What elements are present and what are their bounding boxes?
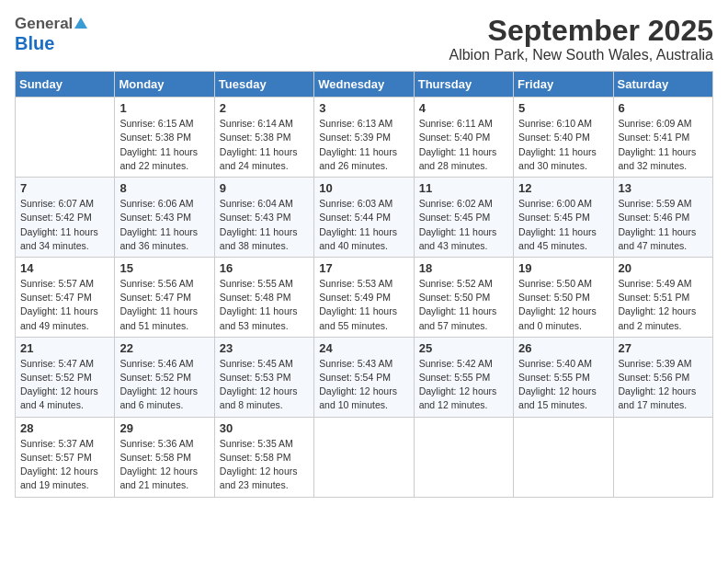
- calendar-cell: 5Sunrise: 6:10 AMSunset: 5:40 PMDaylight…: [514, 98, 613, 178]
- logo-arrow-icon: [74, 16, 87, 29]
- calendar-table: SundayMondayTuesdayWednesdayThursdayFrid…: [15, 71, 713, 497]
- day-number: 22: [119, 341, 209, 355]
- day-info: Sunrise: 6:13 AMSunset: 5:39 PMDaylight:…: [319, 117, 408, 173]
- calendar-cell: 27Sunrise: 5:39 AMSunset: 5:56 PMDayligh…: [613, 337, 712, 417]
- day-number: 19: [518, 261, 608, 275]
- calendar-cell: 26Sunrise: 5:40 AMSunset: 5:55 PMDayligh…: [514, 337, 613, 417]
- day-info: Sunrise: 5:40 AMSunset: 5:55 PMDaylight:…: [518, 357, 608, 413]
- day-info: Sunrise: 5:42 AMSunset: 5:55 PMDaylight:…: [419, 357, 508, 413]
- calendar-cell: 28Sunrise: 5:37 AMSunset: 5:57 PMDayligh…: [16, 417, 115, 497]
- day-number: 1: [119, 101, 209, 115]
- calendar-cell: 17Sunrise: 5:53 AMSunset: 5:49 PMDayligh…: [314, 257, 414, 337]
- calendar-cell: 22Sunrise: 5:46 AMSunset: 5:52 PMDayligh…: [115, 337, 214, 417]
- column-header-friday: Friday: [514, 72, 613, 98]
- calendar-cell: 15Sunrise: 5:56 AMSunset: 5:47 PMDayligh…: [115, 257, 214, 337]
- day-number: 29: [119, 421, 209, 435]
- day-info: Sunrise: 6:11 AMSunset: 5:40 PMDaylight:…: [419, 117, 508, 173]
- day-number: 25: [419, 341, 508, 355]
- day-number: 8: [119, 181, 209, 195]
- day-info: Sunrise: 6:10 AMSunset: 5:40 PMDaylight:…: [518, 117, 608, 173]
- day-number: 18: [419, 261, 508, 275]
- calendar-cell: 23Sunrise: 5:45 AMSunset: 5:53 PMDayligh…: [214, 337, 313, 417]
- day-info: Sunrise: 5:39 AMSunset: 5:56 PMDaylight:…: [619, 357, 708, 413]
- day-number: 13: [619, 181, 708, 195]
- calendar-cell: 7Sunrise: 6:07 AMSunset: 5:42 PMDaylight…: [16, 178, 115, 258]
- day-number: 7: [20, 181, 109, 195]
- day-number: 20: [619, 261, 708, 275]
- day-number: 15: [119, 261, 209, 275]
- day-info: Sunrise: 5:57 AMSunset: 5:47 PMDaylight:…: [20, 277, 109, 333]
- day-info: Sunrise: 6:04 AMSunset: 5:43 PMDaylight:…: [220, 197, 309, 253]
- day-info: Sunrise: 5:36 AMSunset: 5:58 PMDaylight:…: [119, 437, 209, 493]
- day-info: Sunrise: 5:56 AMSunset: 5:47 PMDaylight:…: [119, 277, 209, 333]
- calendar-cell: 1Sunrise: 6:15 AMSunset: 5:38 PMDaylight…: [115, 98, 214, 178]
- day-number: 23: [220, 341, 309, 355]
- day-info: Sunrise: 5:37 AMSunset: 5:57 PMDaylight:…: [20, 437, 109, 493]
- day-info: Sunrise: 6:07 AMSunset: 5:42 PMDaylight:…: [20, 197, 109, 253]
- calendar-cell: 18Sunrise: 5:52 AMSunset: 5:50 PMDayligh…: [414, 257, 513, 337]
- day-info: Sunrise: 5:52 AMSunset: 5:50 PMDaylight:…: [419, 277, 508, 333]
- day-info: Sunrise: 5:43 AMSunset: 5:54 PMDaylight:…: [319, 357, 408, 413]
- logo-blue-text: Blue: [15, 33, 87, 53]
- logo: General Blue: [15, 15, 87, 53]
- day-info: Sunrise: 5:47 AMSunset: 5:52 PMDaylight:…: [20, 357, 109, 413]
- calendar-cell: 10Sunrise: 6:03 AMSunset: 5:44 PMDayligh…: [314, 178, 414, 258]
- day-info: Sunrise: 5:45 AMSunset: 5:53 PMDaylight:…: [220, 357, 309, 413]
- calendar-cell: [514, 417, 613, 497]
- calendar-subtitle: Albion Park, New South Wales, Australia: [449, 47, 713, 63]
- logo-general-text: General: [15, 16, 73, 33]
- day-number: 21: [20, 341, 109, 355]
- day-info: Sunrise: 6:15 AMSunset: 5:38 PMDaylight:…: [119, 117, 209, 173]
- calendar-cell: 2Sunrise: 6:14 AMSunset: 5:38 PMDaylight…: [214, 98, 313, 178]
- calendar-cell: 21Sunrise: 5:47 AMSunset: 5:52 PMDayligh…: [16, 337, 115, 417]
- day-number: 17: [319, 261, 408, 275]
- calendar-cell: [314, 417, 414, 497]
- day-number: 12: [518, 181, 608, 195]
- calendar-title: September 2025: [449, 15, 713, 47]
- calendar-cell: 20Sunrise: 5:49 AMSunset: 5:51 PMDayligh…: [613, 257, 712, 337]
- day-number: 24: [319, 341, 408, 355]
- day-info: Sunrise: 5:46 AMSunset: 5:52 PMDaylight:…: [119, 357, 209, 413]
- day-info: Sunrise: 5:49 AMSunset: 5:51 PMDaylight:…: [619, 277, 708, 333]
- column-header-monday: Monday: [115, 72, 214, 98]
- day-info: Sunrise: 5:35 AMSunset: 5:58 PMDaylight:…: [220, 437, 309, 493]
- day-number: 27: [619, 341, 708, 355]
- day-number: 9: [220, 181, 309, 195]
- day-number: 10: [319, 181, 408, 195]
- column-header-saturday: Saturday: [613, 72, 712, 98]
- calendar-cell: [613, 417, 712, 497]
- calendar-cell: 14Sunrise: 5:57 AMSunset: 5:47 PMDayligh…: [16, 257, 115, 337]
- day-number: 5: [518, 101, 608, 115]
- calendar-cell: 3Sunrise: 6:13 AMSunset: 5:39 PMDaylight…: [314, 98, 414, 178]
- day-number: 6: [619, 101, 708, 115]
- day-info: Sunrise: 6:06 AMSunset: 5:43 PMDaylight:…: [119, 197, 209, 253]
- svg-marker-0: [74, 17, 87, 29]
- title-block: September 2025 Albion Park, New South Wa…: [449, 15, 713, 63]
- day-number: 26: [518, 341, 608, 355]
- column-header-sunday: Sunday: [16, 72, 115, 98]
- calendar-cell: [16, 98, 115, 178]
- day-number: 4: [419, 101, 508, 115]
- calendar-cell: 4Sunrise: 6:11 AMSunset: 5:40 PMDaylight…: [414, 98, 513, 178]
- day-info: Sunrise: 6:03 AMSunset: 5:44 PMDaylight:…: [319, 197, 408, 253]
- calendar-cell: 16Sunrise: 5:55 AMSunset: 5:48 PMDayligh…: [214, 257, 313, 337]
- calendar-cell: 29Sunrise: 5:36 AMSunset: 5:58 PMDayligh…: [115, 417, 214, 497]
- day-info: Sunrise: 6:09 AMSunset: 5:41 PMDaylight:…: [619, 117, 708, 173]
- calendar-cell: 19Sunrise: 5:50 AMSunset: 5:50 PMDayligh…: [514, 257, 613, 337]
- calendar-cell: [414, 417, 513, 497]
- calendar-header-row: SundayMondayTuesdayWednesdayThursdayFrid…: [16, 72, 713, 98]
- day-number: 14: [20, 261, 109, 275]
- day-info: Sunrise: 5:59 AMSunset: 5:46 PMDaylight:…: [619, 197, 708, 253]
- week-row-2: 7Sunrise: 6:07 AMSunset: 5:42 PMDaylight…: [16, 178, 713, 258]
- calendar-cell: 8Sunrise: 6:06 AMSunset: 5:43 PMDaylight…: [115, 178, 214, 258]
- week-row-1: 1Sunrise: 6:15 AMSunset: 5:38 PMDaylight…: [16, 98, 713, 178]
- week-row-4: 21Sunrise: 5:47 AMSunset: 5:52 PMDayligh…: [16, 337, 713, 417]
- week-row-5: 28Sunrise: 5:37 AMSunset: 5:57 PMDayligh…: [16, 417, 713, 497]
- column-header-tuesday: Tuesday: [214, 72, 313, 98]
- day-number: 30: [220, 421, 309, 435]
- calendar-cell: 11Sunrise: 6:02 AMSunset: 5:45 PMDayligh…: [414, 178, 513, 258]
- day-info: Sunrise: 6:00 AMSunset: 5:45 PMDaylight:…: [518, 197, 608, 253]
- calendar-cell: 24Sunrise: 5:43 AMSunset: 5:54 PMDayligh…: [314, 337, 414, 417]
- day-number: 3: [319, 101, 408, 115]
- day-number: 11: [419, 181, 508, 195]
